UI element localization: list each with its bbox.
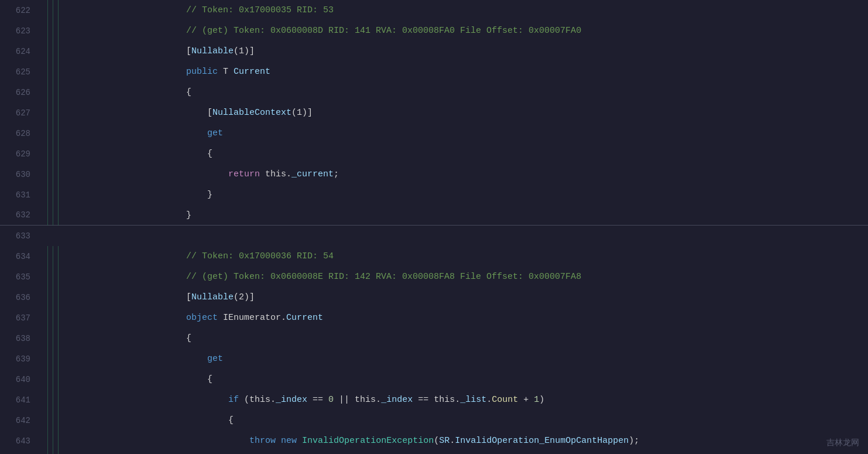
- gutter-marker: [58, 205, 59, 226]
- gutter-marker: [58, 451, 59, 454]
- line-number: 625: [0, 67, 41, 77]
- gutter-marker: [47, 390, 48, 410]
- gutter-marker: [53, 349, 53, 369]
- gutter: [41, 369, 117, 390]
- gutter-marker: [47, 287, 48, 308]
- line-number: 634: [0, 252, 41, 261]
- token: public: [186, 67, 218, 77]
- gutter-marker: [47, 308, 48, 328]
- token: }: [123, 210, 191, 220]
- gutter-marker: [58, 287, 59, 308]
- line-number: 633: [0, 231, 41, 241]
- gutter-marker: [53, 431, 53, 451]
- token: {: [123, 149, 212, 159]
- gutter-marker: [58, 41, 59, 62]
- gutter-marker: [58, 410, 59, 431]
- gutter-marker: [47, 369, 48, 390]
- token: Count: [492, 395, 518, 405]
- code-line: 625 public T Current: [0, 62, 868, 82]
- code-text: {: [117, 369, 868, 390]
- gutter-marker: [53, 62, 53, 82]
- token: (1)]: [291, 108, 313, 118]
- gutter-marker: [53, 328, 53, 349]
- token: InvalidOperationException: [302, 436, 434, 446]
- code-line: 636 [Nullable(2)]: [0, 287, 868, 308]
- line-number: 623: [0, 26, 41, 36]
- gutter-marker: [58, 349, 59, 369]
- gutter: [41, 205, 117, 226]
- gutter-marker: [53, 246, 53, 267]
- token: == this.: [413, 395, 460, 405]
- code-text: object IEnumerator.Current: [117, 308, 868, 328]
- token: [123, 436, 249, 446]
- token: [276, 436, 281, 446]
- token: (this.: [239, 395, 276, 405]
- code-text: // (get) Token: 0x0600008D RID: 141 RVA:…: [117, 21, 868, 41]
- token: if: [228, 395, 239, 405]
- code-line: 638 {: [0, 328, 868, 349]
- code-line: 644 }: [0, 451, 868, 454]
- token: }: [123, 190, 212, 200]
- token: new: [281, 436, 297, 446]
- token: InvalidOperation_EnumOpCantHappen: [455, 436, 629, 446]
- line-number: 632: [0, 210, 41, 220]
- code-text: public T Current: [117, 62, 868, 82]
- token: // Token: 0x17000035 RID: 53: [123, 5, 334, 15]
- code-line: 641 if (this._index == 0 || this._index …: [0, 390, 868, 410]
- line-number: 629: [0, 149, 41, 159]
- token: {: [123, 415, 234, 425]
- gutter: [41, 82, 117, 103]
- gutter: [41, 21, 117, 41]
- gutter: [41, 431, 117, 451]
- code-line: 642 {: [0, 410, 868, 431]
- gutter-marker: [47, 82, 48, 103]
- gutter-marker: [58, 431, 59, 451]
- token: {: [123, 374, 212, 384]
- gutter: [41, 0, 117, 21]
- code-text: // Token: 0x17000035 RID: 53: [117, 0, 868, 21]
- code-text: [NullableContext(1)]: [117, 103, 868, 123]
- watermark: 吉林龙网: [826, 438, 859, 448]
- gutter-marker: [53, 164, 53, 185]
- token: {: [123, 87, 191, 97]
- code-text: }: [117, 185, 868, 205]
- gutter: [41, 328, 117, 349]
- token: NullableContext: [212, 108, 291, 118]
- token: (2)]: [234, 292, 255, 302]
- code-line: 643 throw new InvalidOperationException(…: [0, 431, 868, 451]
- line-number: 641: [0, 395, 41, 405]
- gutter-marker: [47, 103, 48, 123]
- gutter: [41, 41, 117, 62]
- token: [: [186, 292, 191, 302]
- token: || this.: [334, 395, 381, 405]
- token: get: [207, 128, 223, 138]
- code-line: 640 {: [0, 369, 868, 390]
- code-line: 626 {: [0, 82, 868, 103]
- code-text: get: [117, 349, 868, 369]
- line-number: 626: [0, 88, 41, 97]
- token: Current: [234, 67, 270, 77]
- code-line: 622 // Token: 0x17000035 RID: 53: [0, 0, 868, 21]
- token: this.: [260, 169, 291, 179]
- line-number: 639: [0, 354, 41, 364]
- gutter-marker: [58, 390, 59, 410]
- gutter-marker: [58, 164, 59, 185]
- token: );: [629, 436, 639, 446]
- token: {: [123, 333, 191, 343]
- gutter: [41, 349, 117, 369]
- gutter-marker: [58, 0, 59, 21]
- line-number: 637: [0, 313, 41, 323]
- token: _index: [381, 395, 413, 405]
- gutter: [41, 287, 117, 308]
- gutter-marker: [47, 185, 48, 205]
- line-number: 624: [0, 47, 41, 56]
- gutter-marker: [47, 164, 48, 185]
- token: Current: [286, 313, 323, 323]
- token: ): [539, 395, 544, 405]
- token: (: [434, 436, 439, 446]
- token: // (get) Token: 0x0600008E RID: 142 RVA:…: [123, 272, 581, 282]
- gutter-marker: [58, 144, 59, 164]
- code-text: {: [117, 410, 868, 431]
- code-line: 639 get: [0, 349, 868, 369]
- gutter: [41, 123, 117, 144]
